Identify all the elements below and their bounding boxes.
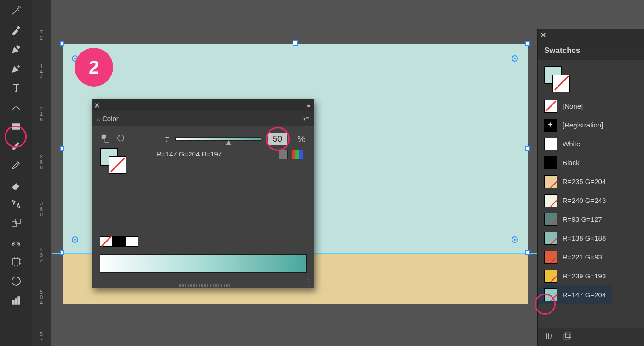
eraser-tool[interactable] bbox=[6, 176, 26, 193]
panel-resize-grip[interactable] bbox=[179, 284, 230, 287]
swatch-libraries-icon[interactable] bbox=[545, 331, 554, 342]
pencil-tool[interactable] bbox=[6, 156, 26, 174]
tint-label: T bbox=[165, 135, 169, 143]
swatch-label: [None] bbox=[563, 102, 583, 110]
pen-tool[interactable] bbox=[6, 40, 26, 58]
corner-grip-icon[interactable]: ⋰ bbox=[304, 278, 313, 287]
swatch-label: White bbox=[563, 140, 580, 148]
cycle-icon[interactable] bbox=[117, 134, 126, 144]
tool-panel bbox=[0, 0, 32, 346]
swatches-list: [None][Registration]WhiteBlackR=235 G=20… bbox=[538, 97, 644, 285]
color-panel[interactable]: ◂◂ ◇Color ▾≡ T 50 % R=147 G=204 B=197 bbox=[92, 99, 314, 288]
swatch-chip bbox=[544, 119, 557, 132]
swatch-item[interactable]: [None] bbox=[538, 97, 644, 115]
swatch-chip bbox=[544, 138, 557, 150]
swatch-label: R=239 G=193 bbox=[563, 272, 606, 280]
svg-rect-5 bbox=[13, 259, 19, 265]
tint-slider-thumb[interactable] bbox=[225, 140, 232, 145]
swatch-item[interactable]: R=221 G=93 bbox=[538, 248, 644, 266]
color-panel-titlebar[interactable]: ◂◂ bbox=[92, 99, 314, 111]
vertical-ruler: 72 144 216 288 360 432 504 57 bbox=[32, 0, 51, 346]
artboard-tool[interactable] bbox=[6, 253, 26, 271]
swatches-panel[interactable]: Swatches [None][Registration]WhiteBlackR… bbox=[537, 29, 644, 346]
tint-slider[interactable] bbox=[175, 137, 261, 141]
selection-handle[interactable] bbox=[525, 146, 530, 151]
swatches-footer bbox=[538, 328, 644, 346]
selection-handle[interactable] bbox=[525, 250, 530, 255]
anchor-point[interactable] bbox=[72, 236, 78, 243]
swatch-chip bbox=[544, 175, 557, 188]
rectangle-tool[interactable] bbox=[6, 118, 26, 135]
stroke-swatch[interactable] bbox=[552, 75, 570, 92]
close-icon[interactable] bbox=[540, 31, 546, 40]
tint-spectrum[interactable] bbox=[100, 254, 307, 273]
swatch-item[interactable]: White bbox=[538, 134, 644, 153]
collapse-icon[interactable]: ◂◂ bbox=[302, 99, 314, 111]
gradient-tool[interactable] bbox=[6, 272, 26, 290]
svg-rect-0 bbox=[12, 124, 20, 129]
rgb-spectrum-icon[interactable] bbox=[292, 150, 303, 159]
white-swatch[interactable] bbox=[126, 236, 138, 247]
swatch-item[interactable]: Black bbox=[538, 153, 644, 172]
eyedropper-tool[interactable] bbox=[6, 21, 26, 39]
swatches-proxy bbox=[538, 60, 644, 97]
svg-rect-7 bbox=[12, 300, 14, 304]
swatch-label: [Registration] bbox=[563, 121, 603, 129]
paintbrush-tool[interactable] bbox=[6, 137, 26, 155]
column-graph-tool[interactable] bbox=[6, 292, 26, 309]
svg-rect-9 bbox=[18, 297, 20, 304]
fill-stroke-proxy[interactable] bbox=[100, 148, 126, 174]
svg-point-3 bbox=[12, 243, 14, 245]
free-transform-tool[interactable] bbox=[6, 195, 26, 213]
swatch-item[interactable]: [Registration] bbox=[538, 115, 644, 134]
swatches-tab-label: Swatches bbox=[544, 46, 580, 55]
rgb-readout: R=147 G=204 B=197 bbox=[156, 150, 222, 158]
close-icon[interactable] bbox=[92, 99, 102, 111]
color-tab[interactable]: ◇Color bbox=[97, 115, 119, 122]
swatch-chip bbox=[544, 156, 557, 169]
swap-fill-stroke-icon[interactable] bbox=[100, 133, 110, 145]
default-swatches bbox=[100, 236, 138, 247]
swatch-item[interactable]: R=138 G=188 bbox=[538, 229, 644, 248]
swatch-label: R=240 G=243 bbox=[563, 196, 606, 204]
swatch-label: Black bbox=[563, 159, 580, 167]
line-tool[interactable] bbox=[6, 98, 26, 116]
none-swatch[interactable] bbox=[100, 236, 113, 247]
add-anchor-tool[interactable] bbox=[6, 60, 26, 77]
selection-handle[interactable] bbox=[525, 41, 530, 46]
new-swatch-icon[interactable] bbox=[563, 331, 572, 342]
svg-rect-11 bbox=[105, 138, 109, 142]
magic-wand-tool[interactable] bbox=[6, 2, 26, 19]
svg-point-4 bbox=[18, 243, 20, 245]
selection-handle[interactable] bbox=[60, 250, 64, 255]
swatch-item[interactable]: R=235 G=204 bbox=[538, 172, 644, 191]
swatch-label: R=93 G=127 bbox=[563, 215, 602, 223]
black-swatch[interactable] bbox=[113, 236, 126, 247]
stroke-swatch[interactable] bbox=[109, 156, 126, 174]
last-color-swatch[interactable] bbox=[279, 150, 288, 159]
swatch-chip bbox=[544, 251, 557, 264]
swatch-chip bbox=[544, 194, 557, 207]
anchor-point[interactable] bbox=[512, 236, 518, 243]
selection-handle[interactable] bbox=[60, 41, 64, 46]
selection-handle[interactable] bbox=[293, 40, 298, 46]
swatch-label: R=147 G=204 bbox=[563, 291, 606, 299]
anchor-point[interactable] bbox=[512, 55, 518, 62]
color-panel-tabbar: ◇Color ▾≡ bbox=[92, 111, 314, 126]
swatch-item[interactable]: R=147 G=204 bbox=[538, 285, 612, 304]
swatch-item[interactable]: R=239 G=193 bbox=[538, 266, 644, 285]
tint-value-input[interactable]: 50 bbox=[268, 133, 288, 145]
scale-tool[interactable] bbox=[6, 214, 26, 232]
swatch-item[interactable]: R=240 G=243 bbox=[538, 191, 644, 210]
panel-menu-icon[interactable]: ▾≡ bbox=[303, 115, 309, 122]
swatches-titlebar[interactable] bbox=[538, 29, 644, 41]
swatch-item[interactable]: R=93 G=127 bbox=[538, 210, 644, 229]
swatch-label: R=138 G=188 bbox=[563, 234, 606, 242]
svg-rect-12 bbox=[564, 334, 569, 339]
blend-tool[interactable] bbox=[6, 234, 26, 251]
svg-rect-13 bbox=[566, 333, 571, 337]
type-tool[interactable] bbox=[6, 79, 26, 97]
swatches-tab[interactable]: Swatches bbox=[538, 41, 644, 60]
selection-handle[interactable] bbox=[60, 146, 64, 151]
svg-rect-8 bbox=[15, 299, 17, 304]
